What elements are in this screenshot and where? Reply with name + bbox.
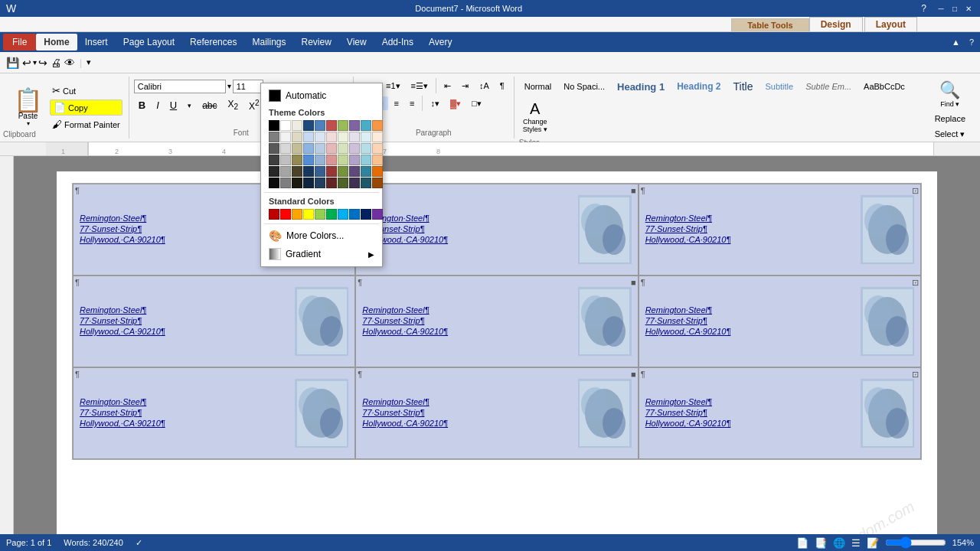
theme-color-swatch[interactable] [326,120,337,131]
label-cell-3-3[interactable]: ¶ Remington·Steel¶ 77·Sunset·Strip¶ Holl… [639,367,921,459]
label-cell-3-1[interactable]: ¶ Remington·Steel¶ 77·Sunset·Strip¶ Holl… [73,367,355,459]
label-cell-1-3[interactable]: ¶ Remington·Steel¶ 77·Sunset·Strip¶ Holl… [639,184,921,276]
theme-color-swatch[interactable] [292,120,302,131]
theme-color-swatch[interactable] [292,178,302,188]
theme-color-swatch[interactable] [338,120,348,131]
theme-color-swatch[interactable] [269,166,279,177]
justify-btn[interactable]: ≡ [405,96,419,110]
theme-color-swatch[interactable] [269,132,279,142]
underline-arrow[interactable]: ▾ [183,99,196,112]
bold-btn[interactable]: B [134,97,150,113]
theme-color-swatch[interactable] [269,155,279,165]
file-menu[interactable]: File [3,34,36,51]
theme-color-swatch[interactable] [338,166,348,177]
theme-color-swatch[interactable] [349,155,360,165]
shading-btn[interactable]: ▓▾ [446,96,466,111]
theme-color-swatch[interactable] [315,120,325,131]
style-heading1[interactable]: Heading 1 [612,79,670,95]
theme-color-swatch[interactable] [303,120,314,131]
standard-color-swatch[interactable] [326,209,337,220]
gradient-btn[interactable]: Gradient ▶ [264,245,379,263]
qa-save-btn[interactable]: 💾 [5,55,21,70]
standard-color-swatch[interactable] [269,209,279,220]
theme-color-swatch[interactable] [326,132,337,142]
format-painter-btn[interactable]: 🖌 Format Painter [50,118,122,131]
replace-btn[interactable]: Replace [931,112,969,126]
subscript-btn[interactable]: X2 [224,96,243,113]
theme-color-swatch[interactable] [315,143,325,154]
theme-color-swatch[interactable] [315,132,325,142]
theme-color-swatch[interactable] [338,178,348,188]
word-page[interactable]: ¶ Remington·Steel¶ 77·Sunset·Strip¶ Holl… [57,171,937,534]
theme-color-swatch[interactable] [280,166,291,177]
label-cell-2-1[interactable]: ¶ Remington·Steel¶ 77·Sunset·Strip¶ Holl… [73,276,355,367]
theme-color-swatch[interactable] [361,155,371,165]
theme-color-swatch[interactable] [361,120,371,131]
sort-btn[interactable]: ↕A [475,79,494,93]
qa-preview-btn[interactable]: 👁 [63,55,77,70]
show-marks-btn[interactable]: ¶ [495,79,509,93]
label-cell-1-2[interactable]: ¶ Remington·Steel¶ 77·Sunset·Strip¶ Holl… [355,184,638,276]
style-no-spacing[interactable]: No Spaci... [558,80,610,93]
standard-color-swatch[interactable] [349,209,360,220]
theme-color-swatch[interactable] [338,132,348,142]
view-fullscreen-btn[interactable]: 📑 [815,537,827,549]
strikethrough-btn[interactable]: abc [198,98,221,113]
menu-references[interactable]: References [182,34,244,51]
copy-btn[interactable]: 📄 Copy [50,99,122,116]
menu-add-ins[interactable]: Add-Ins [374,34,421,51]
theme-color-swatch[interactable] [372,166,383,177]
theme-color-swatch[interactable] [280,120,291,131]
theme-color-swatch[interactable] [303,166,314,177]
help-btn[interactable]: ? [966,36,977,48]
view-outline-btn[interactable]: ☰ [851,537,861,549]
automatic-color-option[interactable]: Automatic [264,86,379,105]
style-normal[interactable]: Normal [519,80,557,93]
theme-color-swatch[interactable] [269,120,279,131]
font-name-input[interactable] [134,80,226,93]
menu-mailings[interactable]: Mailings [244,34,293,51]
theme-color-swatch[interactable] [326,143,337,154]
label-cell-3-2[interactable]: ¶ Remington·Steel¶ 77·Sunset·Strip¶ Holl… [355,367,638,459]
style-heading2[interactable]: Heading 2 [671,79,726,94]
theme-color-swatch[interactable] [292,132,302,142]
qa-redo-btn[interactable]: ↪ [37,55,49,70]
zoom-slider[interactable] [885,536,946,549]
menu-review[interactable]: Review [293,34,338,51]
standard-color-swatch[interactable] [338,209,348,220]
view-web-btn[interactable]: 🌐 [833,537,845,549]
menu-insert[interactable]: Insert [77,34,116,51]
minimize-btn[interactable]: ─ [936,3,946,14]
maximize-btn[interactable]: □ [949,3,960,14]
menu-home[interactable]: Home [36,34,77,51]
font-name-arrow[interactable]: ▾ [227,82,231,90]
qa-print-btn[interactable]: 🖨 [49,55,63,70]
theme-color-swatch[interactable] [292,155,302,165]
theme-color-swatch[interactable] [338,143,348,154]
theme-color-swatch[interactable] [349,178,360,188]
theme-color-swatch[interactable] [349,166,360,177]
theme-color-swatch[interactable] [315,155,325,165]
theme-color-swatch[interactable] [349,143,360,154]
theme-color-swatch[interactable] [303,143,314,154]
theme-color-swatch[interactable] [349,120,360,131]
decrease-indent-btn[interactable]: ⇤ [439,79,456,93]
select-btn[interactable]: Select ▾ [931,127,969,142]
standard-color-swatch[interactable] [303,209,314,220]
style-subtle-em[interactable]: Subtle Em... [800,80,857,93]
change-styles-btn[interactable]: A ChangeStyles ▾ [519,96,551,137]
close-btn[interactable]: ✕ [963,3,974,14]
theme-color-swatch[interactable] [292,166,302,177]
theme-color-swatch[interactable] [372,155,383,165]
menu-avery[interactable]: Avery [421,34,459,51]
theme-color-swatch[interactable] [361,166,371,177]
menu-page-layout[interactable]: Page Layout [116,34,182,51]
standard-color-swatch[interactable] [292,209,302,220]
increase-indent-btn[interactable]: ⇥ [457,79,473,93]
theme-color-swatch[interactable] [315,166,325,177]
theme-color-swatch[interactable] [280,155,291,165]
window-help[interactable]: ? [921,3,926,14]
theme-color-swatch[interactable] [361,178,371,188]
align-right-btn[interactable]: ≡ [390,96,403,110]
standard-color-swatch[interactable] [361,209,371,220]
